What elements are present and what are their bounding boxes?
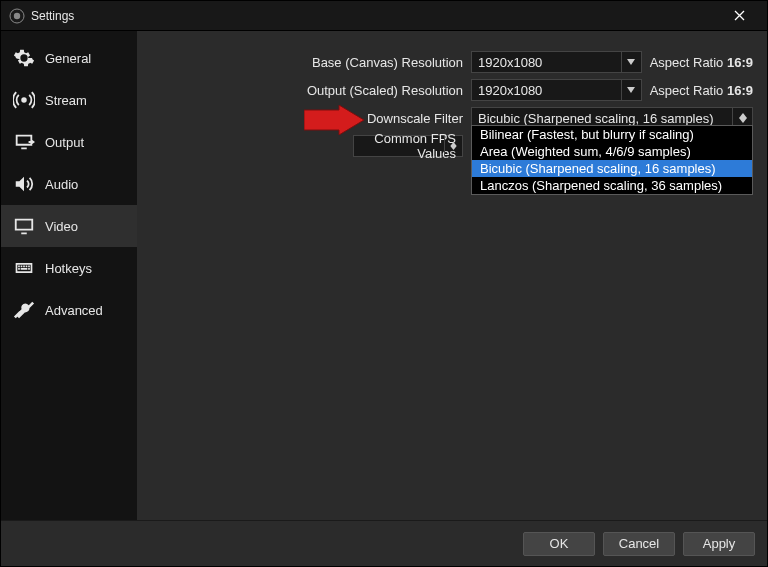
sidebar-item-label: Video	[45, 219, 78, 234]
svg-point-1	[14, 12, 20, 18]
sidebar-item-general[interactable]: General	[1, 37, 137, 79]
ok-button[interactable]: OK	[523, 532, 595, 556]
aspect-ratio-base: Aspect Ratio 16:9	[650, 55, 753, 70]
sidebar-item-stream[interactable]: Stream	[1, 79, 137, 121]
sidebar-item-label: General	[45, 51, 91, 66]
close-button[interactable]	[719, 2, 759, 30]
window-title: Settings	[31, 9, 719, 23]
row-output-resolution: Output (Scaled) Resolution 1920x1080 Asp…	[151, 79, 753, 101]
tools-icon	[13, 299, 35, 321]
dropdown-option-selected[interactable]: Bicubic (Sharpened scaling, 16 samples)	[472, 160, 752, 177]
dropdown-option[interactable]: Area (Weighted sum, 4/6/9 samples)	[472, 143, 752, 160]
downscale-filter-dropdown[interactable]: Bilinear (Fastest, but blurry if scaling…	[471, 125, 753, 195]
content-area: General Stream Output Audio Video	[1, 31, 767, 520]
titlebar: Settings	[1, 1, 767, 31]
keyboard-icon	[13, 257, 35, 279]
output-resolution-label: Output (Scaled) Resolution	[151, 83, 471, 98]
chevron-down-icon	[621, 80, 641, 100]
sidebar-item-label: Advanced	[45, 303, 103, 318]
apply-button[interactable]: Apply	[683, 532, 755, 556]
downscale-filter-value: Bicubic (Sharpened scaling, 16 samples)	[478, 111, 714, 126]
fps-mode-wrapper: Common FPS Values	[151, 135, 471, 157]
gear-icon	[13, 47, 35, 69]
downscale-filter-label: Downscale Filter	[151, 111, 471, 126]
obs-logo-icon	[9, 8, 25, 24]
dropdown-option[interactable]: Lanczos (Sharpened scaling, 36 samples)	[472, 177, 752, 194]
base-resolution-value: 1920x1080	[478, 55, 542, 70]
sidebar-item-hotkeys[interactable]: Hotkeys	[1, 247, 137, 289]
sidebar-item-output[interactable]: Output	[1, 121, 137, 163]
fps-mode-select[interactable]: Common FPS Values	[353, 135, 463, 157]
settings-pane-video: Base (Canvas) Resolution 1920x1080 Aspec…	[137, 31, 767, 520]
sidebar-item-label: Audio	[45, 177, 78, 192]
sidebar-item-label: Hotkeys	[45, 261, 92, 276]
sidebar-item-advanced[interactable]: Advanced	[1, 289, 137, 331]
monitor-icon	[13, 215, 35, 237]
dialog-footer: OK Cancel Apply	[1, 520, 767, 566]
sidebar-item-label: Stream	[45, 93, 87, 108]
base-resolution-select[interactable]: 1920x1080	[471, 51, 642, 73]
speaker-icon	[13, 173, 35, 195]
dropdown-option[interactable]: Bilinear (Fastest, but blurry if scaling…	[472, 126, 752, 143]
sidebar-item-label: Output	[45, 135, 84, 150]
sidebar: General Stream Output Audio Video	[1, 31, 137, 520]
broadcast-icon	[13, 89, 35, 111]
monitor-arrow-icon	[13, 131, 35, 153]
cancel-button[interactable]: Cancel	[603, 532, 675, 556]
row-base-resolution: Base (Canvas) Resolution 1920x1080 Aspec…	[151, 51, 753, 73]
base-resolution-label: Base (Canvas) Resolution	[151, 55, 471, 70]
chevron-down-icon	[621, 52, 641, 72]
aspect-ratio-output: Aspect Ratio 16:9	[650, 83, 753, 98]
sidebar-item-audio[interactable]: Audio	[1, 163, 137, 205]
fps-mode-value: Common FPS Values	[360, 131, 456, 161]
updown-icon	[444, 136, 462, 156]
sidebar-item-video[interactable]: Video	[1, 205, 137, 247]
output-resolution-select[interactable]: 1920x1080	[471, 79, 642, 101]
output-resolution-value: 1920x1080	[478, 83, 542, 98]
